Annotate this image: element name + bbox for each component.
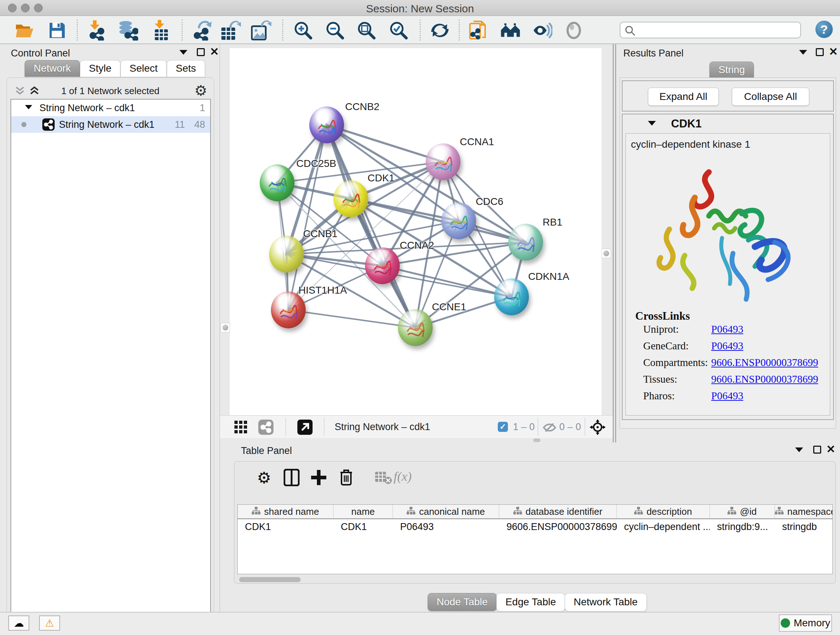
crosslink-link[interactable]: P06493 [711,340,744,352]
import-network-icon[interactable] [88,20,108,41]
node-CCNB1[interactable] [269,236,304,272]
panel-close-icon[interactable]: ✕ [829,45,838,58]
node-CDK1[interactable] [333,180,368,217]
zoom-in-icon[interactable] [293,20,313,41]
tab-edge-table[interactable]: Edge Table [496,593,565,611]
panel-float-icon[interactable] [813,446,821,454]
copy-share-icon[interactable] [468,20,488,41]
add-column-icon[interactable] [309,468,328,487]
panel-collapse-icon[interactable] [180,50,187,55]
help-button[interactable]: ? [815,21,833,38]
import-network-from-database-icon[interactable] [118,20,138,41]
function-builder-icon[interactable]: f(x) [393,469,412,484]
expand-all-button[interactable]: Expand All [648,88,719,106]
cell-namespace[interactable]: stringdb [775,519,833,534]
export-network-icon[interactable] [193,20,213,41]
collapse-all-button[interactable]: Collapse All [732,88,809,106]
save-session-icon[interactable] [47,20,67,41]
tab-style[interactable]: Style [80,60,120,77]
tab-sets[interactable]: Sets [167,60,205,77]
gear-icon[interactable]: ⚙ [194,82,207,99]
string-home-icon[interactable] [500,20,521,41]
import-table-icon[interactable] [151,20,172,41]
panel-float-icon[interactable] [197,48,205,56]
node-CDC6[interactable] [441,203,476,239]
node-CCNA2[interactable] [365,247,400,284]
panel-collapse-icon[interactable] [799,50,807,55]
hidden-eye-icon[interactable] [543,422,556,433]
show-hide-icon[interactable] [564,20,584,41]
delete-column-icon[interactable] [337,468,355,487]
zoom-selected-icon[interactable] [388,20,409,41]
table-row[interactable]: CDK1CDK1P064939606.ENSP00000378699cyclin… [238,519,832,534]
edge-CCNB2-CCNE1[interactable] [327,125,415,328]
share-view-icon[interactable] [258,420,273,435]
column-header-namespace[interactable]: namespace [775,505,833,518]
column-header-description[interactable]: description [617,505,710,518]
node-RB1[interactable] [508,224,543,261]
tree-expand-icon[interactable] [25,105,32,109]
cloud-button[interactable]: ☁ [8,616,29,631]
node-CDKN1A[interactable] [494,279,529,315]
open-in-window-icon[interactable] [297,420,313,435]
column-header-canonical-name[interactable]: canonical name [393,505,499,518]
export-image-icon[interactable] [251,20,271,41]
results-panel-divider[interactable] [613,44,616,442]
warnings-button[interactable]: ⚠ [39,616,60,631]
node-CDC25B[interactable] [260,165,294,201]
gene-section-header[interactable]: CDK1 [622,114,833,133]
right-splitter-handle[interactable] [602,249,611,258]
selected-checkbox[interactable]: ✓ [498,422,508,432]
panel-float-icon[interactable] [816,48,824,56]
network-row[interactable]: String Network – cdk1 11 48 [11,116,210,133]
edge-HIST1H1A-CCNE1[interactable] [288,310,415,328]
tab-string[interactable]: String [709,62,754,78]
search-input[interactable] [638,23,797,37]
cell--id[interactable]: stringdb:9... [710,519,775,534]
tab-node-table[interactable]: Node Table [428,593,497,611]
export-table-icon[interactable] [221,20,241,41]
panel-close-icon[interactable]: ✕ [210,45,219,58]
crosslink-link[interactable]: 9606.ENSP00000378699 [711,356,818,369]
node-CCNA1[interactable] [426,143,461,180]
network-canvas[interactable]: CCNB2CCNA1CDC25BCDK1CDC6RB1CCNB1CCNA2CDK… [230,48,602,415]
grid-view-icon[interactable] [234,421,248,434]
cell-description[interactable]: cyclin–dependent ... [617,519,710,534]
column-header-name[interactable]: name [333,505,393,518]
column-header-database-identifier[interactable]: database identifier [499,505,617,518]
network-collection-row[interactable]: String Network – cdk1 1 [11,100,210,116]
crosslink-link[interactable]: P06493 [711,390,744,402]
tab-network-table[interactable]: Network Table [565,593,647,611]
zoom-fit-icon[interactable] [356,20,377,41]
section-collapse-icon[interactable] [648,121,656,126]
open-session-icon[interactable] [14,20,35,41]
panel-collapse-icon[interactable] [795,448,803,452]
delete-table-icon[interactable] [374,468,393,487]
node-CCNE1[interactable] [398,309,433,346]
enrichment-eye-icon[interactable] [532,20,553,41]
edge-CCNB2-CCNA1[interactable] [327,125,443,162]
node-HIST1H1A[interactable] [271,291,306,328]
cell-shared-name[interactable]: CDK1 [238,519,333,534]
column-header-shared-name[interactable]: shared name [238,505,333,518]
cell-name[interactable]: CDK1 [333,519,393,534]
show-columns-icon[interactable] [282,468,301,487]
table-horizontal-scrollbar[interactable] [237,577,833,583]
column-header--id[interactable]: @id [710,505,775,518]
memory-button[interactable]: Memory [779,614,832,632]
crosslink-link[interactable]: P06493 [711,323,744,335]
horizontal-splitter[interactable] [220,438,613,442]
table-settings-gear-icon[interactable]: ⚙ [255,468,273,487]
panel-close-icon[interactable]: ✕ [826,443,835,455]
refresh-icon[interactable] [430,20,450,41]
left-splitter-handle[interactable] [221,323,230,333]
birds-eye-icon[interactable] [590,419,606,435]
tab-select[interactable]: Select [120,60,167,77]
crosslink-link[interactable]: 9606.ENSP00000378699 [711,373,818,385]
column-label: @id [740,506,757,517]
tab-network[interactable]: Network [25,60,80,77]
cell-canonical-name[interactable]: P06493 [393,519,499,534]
cell-database-identifier[interactable]: 9606.ENSP00000378699 [499,519,617,534]
zoom-out-icon[interactable] [325,20,345,41]
node-CCNB2[interactable] [309,106,344,143]
